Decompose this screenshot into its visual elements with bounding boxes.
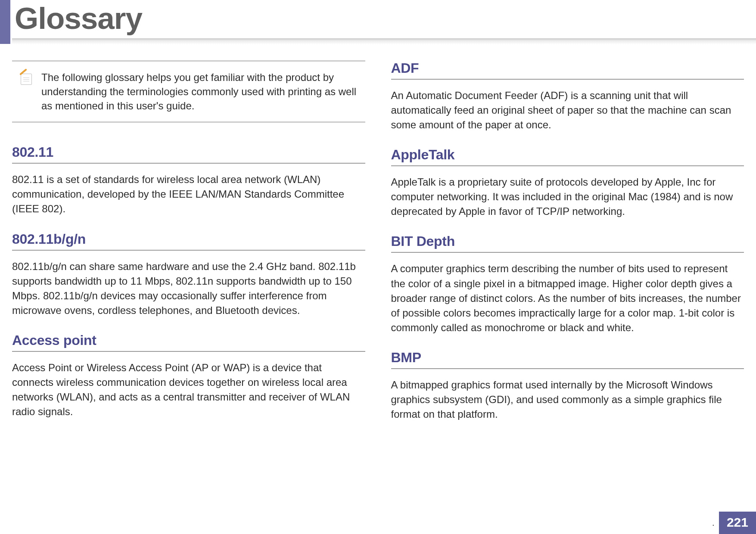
term-heading: 802.11b/g/n <box>12 231 365 251</box>
page-number: 221 <box>719 512 756 534</box>
page-title: Glossary <box>15 1 142 36</box>
term-heading: ADF <box>391 60 744 80</box>
term-definition: A computer graphics term describing the … <box>391 261 744 335</box>
term-heading: 802.11 <box>12 144 365 164</box>
term-heading: BMP <box>391 350 744 369</box>
term-definition: An Automatic Document Feeder (ADF) is a … <box>391 88 744 132</box>
left-column: The following glossary helps you get fam… <box>12 60 365 495</box>
term-definition: A bitmapped graphics format used interna… <box>391 378 744 422</box>
note-text: The following glossary helps you get fam… <box>41 70 358 113</box>
note-icon <box>18 70 34 86</box>
page-footer: . 221 <box>712 512 756 534</box>
term-definition: 802.11 is a set of standards for wireles… <box>12 172 365 216</box>
side-tab <box>0 0 10 44</box>
term-definition: Access Point or Wireless Access Point (A… <box>12 360 365 419</box>
term-definition: AppleTalk is a proprietary suite of prot… <box>391 175 744 219</box>
page-header: Glossary <box>0 0 756 45</box>
footer-dot: . <box>712 517 715 528</box>
content-area: The following glossary helps you get fam… <box>12 60 744 495</box>
term-heading: Access point <box>12 332 365 352</box>
term-definition: 802.11b/g/n can share same hardware and … <box>12 259 365 318</box>
term-heading: BIT Depth <box>391 233 744 253</box>
term-heading: AppleTalk <box>391 147 744 166</box>
header-divider <box>12 38 756 44</box>
right-column: ADF An Automatic Document Feeder (ADF) i… <box>391 60 744 495</box>
intro-note: The following glossary helps you get fam… <box>12 60 365 123</box>
